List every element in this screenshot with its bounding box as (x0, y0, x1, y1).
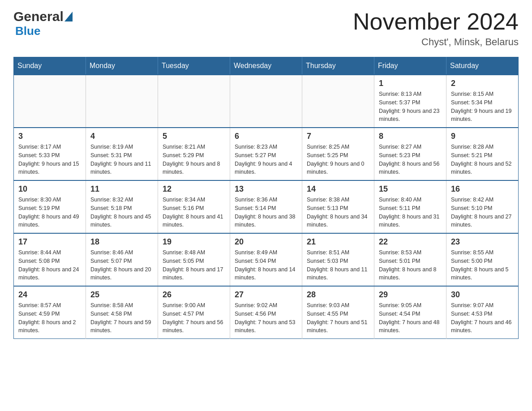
title-section: November 2024 Chyst', Minsk, Belarus (353, 9, 519, 48)
day-info: Sunrise: 8:53 AM Sunset: 5:01 PM Dayligh… (379, 248, 442, 282)
calendar-cell: 12Sunrise: 8:34 AM Sunset: 5:16 PM Dayli… (158, 180, 230, 233)
day-number: 17 (18, 237, 81, 247)
calendar-cell: 23Sunrise: 8:55 AM Sunset: 5:00 PM Dayli… (446, 233, 519, 286)
calendar-cell: 27Sunrise: 9:02 AM Sunset: 4:56 PM Dayli… (230, 286, 302, 339)
day-number: 6 (235, 132, 297, 141)
week-row-5: 24Sunrise: 8:57 AM Sunset: 4:59 PM Dayli… (14, 286, 519, 339)
calendar-cell (158, 75, 230, 128)
day-info: Sunrise: 8:23 AM Sunset: 5:27 PM Dayligh… (235, 143, 297, 176)
calendar-cell: 2Sunrise: 8:15 AM Sunset: 5:34 PM Daylig… (446, 75, 519, 128)
day-info: Sunrise: 9:07 AM Sunset: 4:53 PM Dayligh… (451, 301, 514, 335)
day-of-week-friday: Friday (374, 57, 446, 75)
day-info: Sunrise: 8:27 AM Sunset: 5:23 PM Dayligh… (379, 143, 442, 176)
day-number: 25 (90, 290, 153, 300)
calendar-cell (230, 75, 302, 128)
day-number: 11 (90, 184, 153, 194)
day-number: 27 (235, 290, 297, 300)
day-info: Sunrise: 9:05 AM Sunset: 4:54 PM Dayligh… (379, 301, 442, 335)
calendar-cell: 21Sunrise: 8:51 AM Sunset: 5:03 PM Dayli… (302, 233, 374, 286)
day-number: 19 (163, 237, 225, 247)
day-info: Sunrise: 8:42 AM Sunset: 5:10 PM Dayligh… (451, 196, 514, 229)
calendar-cell: 16Sunrise: 8:42 AM Sunset: 5:10 PM Dayli… (446, 180, 519, 233)
day-info: Sunrise: 8:19 AM Sunset: 5:31 PM Dayligh… (90, 143, 153, 176)
day-of-week-thursday: Thursday (302, 57, 374, 75)
calendar-cell: 17Sunrise: 8:44 AM Sunset: 5:08 PM Dayli… (14, 233, 86, 286)
calendar-cell: 14Sunrise: 8:38 AM Sunset: 5:13 PM Dayli… (302, 180, 374, 233)
day-info: Sunrise: 9:02 AM Sunset: 4:56 PM Dayligh… (235, 301, 297, 335)
day-number: 20 (235, 237, 297, 247)
day-number: 9 (451, 132, 514, 141)
day-number: 10 (18, 184, 81, 194)
day-info: Sunrise: 8:15 AM Sunset: 5:34 PM Dayligh… (451, 90, 514, 124)
calendar-table: SundayMondayTuesdayWednesdayThursdayFrid… (13, 57, 519, 339)
calendar-cell: 3Sunrise: 8:17 AM Sunset: 5:33 PM Daylig… (14, 128, 86, 180)
calendar-cell: 7Sunrise: 8:25 AM Sunset: 5:25 PM Daylig… (302, 128, 374, 180)
calendar-cell: 13Sunrise: 8:36 AM Sunset: 5:14 PM Dayli… (230, 180, 302, 233)
day-number: 12 (163, 184, 225, 194)
day-info: Sunrise: 8:58 AM Sunset: 4:58 PM Dayligh… (90, 301, 153, 335)
calendar-cell: 4Sunrise: 8:19 AM Sunset: 5:31 PM Daylig… (86, 128, 158, 180)
day-number: 22 (379, 237, 442, 247)
calendar-cell: 25Sunrise: 8:58 AM Sunset: 4:58 PM Dayli… (86, 286, 158, 339)
calendar-cell: 15Sunrise: 8:40 AM Sunset: 5:11 PM Dayli… (374, 180, 446, 233)
day-number: 24 (18, 290, 81, 300)
calendar-cell: 30Sunrise: 9:07 AM Sunset: 4:53 PM Dayli… (446, 286, 519, 339)
day-of-week-wednesday: Wednesday (230, 57, 302, 75)
day-info: Sunrise: 8:25 AM Sunset: 5:25 PM Dayligh… (307, 143, 369, 176)
day-info: Sunrise: 8:48 AM Sunset: 5:05 PM Dayligh… (163, 248, 225, 282)
week-row-3: 10Sunrise: 8:30 AM Sunset: 5:19 PM Dayli… (14, 180, 519, 233)
day-info: Sunrise: 8:40 AM Sunset: 5:11 PM Dayligh… (379, 196, 442, 229)
week-row-1: 1Sunrise: 8:13 AM Sunset: 5:37 PM Daylig… (14, 75, 519, 128)
day-number: 16 (451, 184, 514, 194)
days-of-week-row: SundayMondayTuesdayWednesdayThursdayFrid… (14, 57, 519, 75)
calendar-cell: 26Sunrise: 9:00 AM Sunset: 4:57 PM Dayli… (158, 286, 230, 339)
day-number: 5 (163, 132, 225, 141)
day-info: Sunrise: 8:28 AM Sunset: 5:21 PM Dayligh… (451, 143, 514, 176)
day-number: 7 (307, 132, 369, 141)
day-of-week-tuesday: Tuesday (158, 57, 230, 75)
day-info: Sunrise: 8:13 AM Sunset: 5:37 PM Dayligh… (379, 90, 442, 124)
calendar-cell: 10Sunrise: 8:30 AM Sunset: 5:19 PM Dayli… (14, 180, 86, 233)
day-number: 2 (451, 79, 514, 88)
logo: General Blue (13, 9, 73, 38)
calendar-cell (86, 75, 158, 128)
calendar-cell: 9Sunrise: 8:28 AM Sunset: 5:21 PM Daylig… (446, 128, 519, 180)
calendar-header: SundayMondayTuesdayWednesdayThursdayFrid… (14, 57, 519, 75)
day-info: Sunrise: 8:32 AM Sunset: 5:18 PM Dayligh… (90, 196, 153, 229)
logo-general: General (13, 9, 64, 24)
week-row-4: 17Sunrise: 8:44 AM Sunset: 5:08 PM Dayli… (14, 233, 519, 286)
logo-general-text: General (13, 9, 73, 24)
calendar-cell: 20Sunrise: 8:49 AM Sunset: 5:04 PM Dayli… (230, 233, 302, 286)
day-number: 8 (379, 132, 442, 141)
calendar-cell: 11Sunrise: 8:32 AM Sunset: 5:18 PM Dayli… (86, 180, 158, 233)
day-number: 13 (235, 184, 297, 194)
day-info: Sunrise: 8:46 AM Sunset: 5:07 PM Dayligh… (90, 248, 153, 282)
day-info: Sunrise: 8:21 AM Sunset: 5:29 PM Dayligh… (163, 143, 225, 176)
day-info: Sunrise: 8:49 AM Sunset: 5:04 PM Dayligh… (235, 248, 297, 282)
day-number: 4 (90, 132, 153, 141)
day-info: Sunrise: 9:00 AM Sunset: 4:57 PM Dayligh… (163, 301, 225, 335)
calendar-cell: 6Sunrise: 8:23 AM Sunset: 5:27 PM Daylig… (230, 128, 302, 180)
day-number: 15 (379, 184, 442, 194)
page-title: November 2024 (353, 9, 519, 34)
logo-triangle-icon (64, 12, 73, 21)
day-number: 29 (379, 290, 442, 300)
calendar-cell: 18Sunrise: 8:46 AM Sunset: 5:07 PM Dayli… (86, 233, 158, 286)
day-of-week-sunday: Sunday (14, 57, 86, 75)
svg-marker-0 (64, 12, 73, 21)
day-info: Sunrise: 9:03 AM Sunset: 4:55 PM Dayligh… (307, 301, 369, 335)
calendar-cell: 22Sunrise: 8:53 AM Sunset: 5:01 PM Dayli… (374, 233, 446, 286)
day-info: Sunrise: 8:30 AM Sunset: 5:19 PM Dayligh… (18, 196, 81, 229)
day-info: Sunrise: 8:51 AM Sunset: 5:03 PM Dayligh… (307, 248, 369, 282)
day-number: 1 (379, 79, 442, 88)
calendar-cell: 1Sunrise: 8:13 AM Sunset: 5:37 PM Daylig… (374, 75, 446, 128)
logo-blue-text: Blue (15, 24, 73, 38)
day-info: Sunrise: 8:55 AM Sunset: 5:00 PM Dayligh… (451, 248, 514, 282)
day-number: 14 (307, 184, 369, 194)
day-number: 3 (18, 132, 81, 141)
day-number: 21 (307, 237, 369, 247)
day-info: Sunrise: 8:38 AM Sunset: 5:13 PM Dayligh… (307, 196, 369, 229)
day-info: Sunrise: 8:17 AM Sunset: 5:33 PM Dayligh… (18, 143, 81, 176)
day-info: Sunrise: 8:34 AM Sunset: 5:16 PM Dayligh… (163, 196, 225, 229)
calendar-body: 1Sunrise: 8:13 AM Sunset: 5:37 PM Daylig… (14, 75, 519, 339)
